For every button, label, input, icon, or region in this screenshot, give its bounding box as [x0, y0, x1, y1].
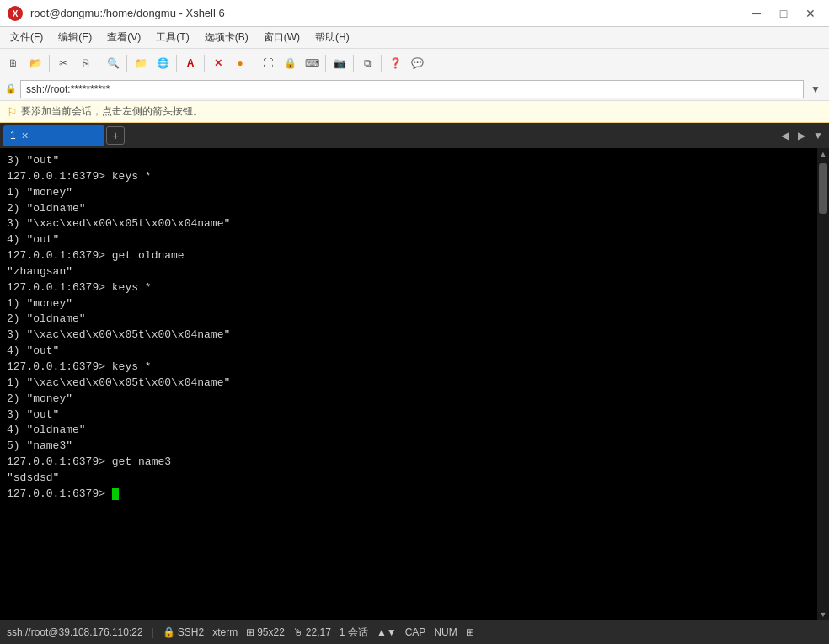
- menu-item-工具(T)[interactable]: 工具(T): [149, 29, 195, 46]
- terminal-wrapper: 3) "out" 127.0.0.1:6379> keys * 1) "mone…: [0, 148, 829, 620]
- status-encoding-text: xterm: [212, 626, 238, 638]
- separator-1: [49, 55, 50, 72]
- tab-label: 1: [10, 130, 16, 141]
- window-title: root@dongmu:/home/dongmu - Xshell 6: [30, 7, 225, 19]
- status-size: ⊞ 95x22: [246, 626, 285, 638]
- status-ssh: ssh://root@39.108.176.110:22: [7, 626, 143, 638]
- info-text: 要添加当前会话，点击左侧的箭头按钮。: [21, 104, 203, 119]
- tab-add-button[interactable]: +: [106, 126, 125, 145]
- keyboard-button[interactable]: ⌨: [302, 53, 322, 73]
- help-button[interactable]: ❓: [385, 53, 405, 73]
- status-protocol: 🔒 SSH2: [163, 626, 204, 638]
- status-cursor-icon: 🖱: [293, 626, 303, 638]
- status-protocol-text: SSH2: [178, 626, 204, 638]
- lock-icon: 🔒: [5, 83, 17, 94]
- status-sessions-text: 1 会话: [340, 625, 368, 640]
- scroll-up-button[interactable]: ▲: [817, 148, 829, 160]
- copy2-button[interactable]: ⧉: [357, 53, 377, 73]
- status-bar: ssh://root@39.108.176.110:22 | 🔒 SSH2 xt…: [0, 620, 829, 644]
- app-logo-icon: X: [7, 5, 24, 22]
- status-encoding: xterm: [212, 626, 238, 638]
- open-button[interactable]: 📂: [25, 53, 45, 73]
- tab-menu-button[interactable]: ▼: [810, 128, 826, 143]
- maximize-button[interactable]: □: [772, 4, 795, 23]
- scroll-thumb[interactable]: [819, 163, 827, 214]
- separator-4: [176, 55, 177, 72]
- menu-item-窗口(W)[interactable]: 窗口(W): [257, 29, 307, 46]
- title-left: X root@dongmu:/home/dongmu - Xshell 6: [7, 5, 225, 22]
- separator-5: [204, 55, 205, 72]
- tab-navigation: ◀ ▶ ▼: [777, 128, 826, 143]
- toolbar: 🗎 📂 ✂ ⎘ 🔍 📁 🌐 A ✕ ● ⛶ 🔒 ⌨ 📷 ⧉ ❓ 💬: [0, 49, 829, 77]
- expand-button[interactable]: ⛶: [258, 53, 278, 73]
- scroll-down-button[interactable]: ▼: [817, 609, 829, 620]
- status-num: NUM: [434, 626, 457, 638]
- cut-button[interactable]: ✂: [53, 53, 73, 73]
- menu-item-帮助(H)[interactable]: 帮助(H): [308, 29, 356, 46]
- status-extra-icon: ⊞: [466, 626, 474, 638]
- separator-6: [254, 55, 254, 72]
- status-sessions: 1 会话: [340, 625, 368, 640]
- status-cap-text: CAP: [405, 626, 426, 638]
- status-cap: CAP: [405, 626, 426, 638]
- info-bar: ⚐ 要添加当前会话，点击左侧的箭头按钮。: [0, 101, 829, 123]
- lock-button[interactable]: 🔒: [280, 53, 300, 73]
- close-button[interactable]: ✕: [799, 4, 822, 23]
- menu-bar: 文件(F)编辑(E)查看(V)工具(T)选项卡(B)窗口(W)帮助(H): [0, 27, 829, 49]
- menu-item-选项卡(B)[interactable]: 选项卡(B): [198, 29, 255, 46]
- status-size-text: 95x22: [257, 626, 285, 638]
- camera-button[interactable]: 📷: [329, 53, 350, 73]
- info-icon: ⚐: [7, 105, 18, 119]
- search-button[interactable]: 🔍: [103, 53, 123, 73]
- tab-next-button[interactable]: ▶: [794, 128, 809, 143]
- tab-close-button[interactable]: ✕: [21, 130, 29, 141]
- address-dropdown-button[interactable]: ▼: [807, 80, 824, 98]
- globe-button[interactable]: 🌐: [152, 53, 173, 73]
- separator-2: [99, 55, 99, 72]
- scrollbar: ▲ ▼: [817, 148, 829, 620]
- address-input[interactable]: [20, 80, 804, 98]
- folder-button[interactable]: 📁: [131, 53, 151, 73]
- status-ssh-text: ssh://root@39.108.176.110:22: [7, 626, 143, 638]
- menu-item-查看(V)[interactable]: 查看(V): [100, 29, 147, 46]
- address-bar: 🔒 ▼: [0, 77, 829, 101]
- tab-1[interactable]: 1 ✕: [3, 125, 104, 146]
- menu-item-编辑(E)[interactable]: 编辑(E): [51, 29, 99, 46]
- copy-button[interactable]: ⎘: [75, 53, 95, 73]
- menu-item-文件(F)[interactable]: 文件(F): [3, 29, 50, 46]
- xshell-button[interactable]: ✕: [208, 53, 228, 73]
- status-position-text: 22,17: [306, 626, 331, 638]
- separator-9: [381, 55, 382, 72]
- status-arrows[interactable]: ▲▼: [377, 626, 397, 638]
- status-num-text: NUM: [434, 626, 457, 638]
- status-extra: ⊞: [466, 626, 474, 638]
- tab-bar: 1 ✕ + ◀ ▶ ▼: [0, 123, 829, 148]
- separator-7: [325, 55, 326, 72]
- terminal[interactable]: 3) "out" 127.0.0.1:6379> keys * 1) "mone…: [0, 148, 817, 620]
- minimize-button[interactable]: ─: [745, 4, 768, 23]
- status-lock-icon: 🔒: [163, 626, 175, 638]
- svg-text:X: X: [13, 9, 19, 19]
- font-button[interactable]: A: [180, 53, 201, 73]
- status-grid-icon: ⊞: [246, 626, 254, 638]
- orange-button[interactable]: ●: [230, 53, 250, 73]
- status-position: 🖱 22,17: [293, 626, 331, 638]
- separator-3: [126, 55, 127, 72]
- separator-8: [353, 55, 354, 72]
- new-button[interactable]: 🗎: [3, 53, 24, 73]
- chat-button[interactable]: 💬: [407, 53, 427, 73]
- title-controls: ─ □ ✕: [745, 4, 822, 23]
- title-bar: X root@dongmu:/home/dongmu - Xshell 6 ─ …: [0, 0, 829, 27]
- tab-prev-button[interactable]: ◀: [777, 128, 792, 143]
- terminal-cursor: [112, 488, 119, 500]
